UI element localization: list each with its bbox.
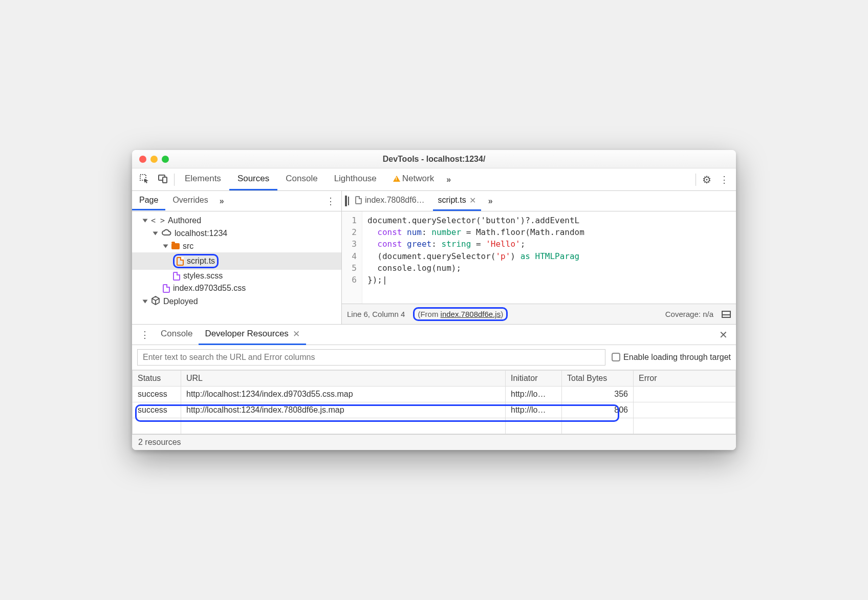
file-icon [173,272,180,281]
tab-lighthouse[interactable]: Lighthouse [326,168,385,190]
minimize-window-button[interactable] [150,156,158,163]
tab-elements[interactable]: Elements [177,168,229,190]
code-line: console.log(num); [377,263,461,273]
cell-bytes: 806 [562,402,634,418]
from-prefix: (From [418,310,440,318]
code-line: }); [367,275,382,285]
zoom-window-button[interactable] [162,156,169,163]
close-drawer-tab-icon[interactable]: ✕ [293,329,300,339]
tree-authored[interactable]: < > Authored [132,215,341,227]
tree-label: src [183,242,193,251]
status-coverage: Coverage: n/a [665,310,713,318]
col-status[interactable]: Status [133,371,181,387]
kw: as [520,251,530,261]
checkbox-icon[interactable] [612,353,620,361]
file-icon [163,284,170,293]
cell-url: http://localhost:1234/index.d9703d55.css… [181,387,506,402]
nav-tab-page[interactable]: Page [132,191,165,210]
editor-tab-label: script.ts [438,196,466,205]
nav-more-chevron[interactable]: » [215,197,227,206]
drawer-tab-devresources[interactable]: Developer Resources ✕ [199,325,306,345]
editor-tab-strip: index.7808df6… script.ts ✕ » [342,191,736,211]
tab-sources[interactable]: Sources [229,168,277,190]
table-row-empty [133,418,736,434]
toggle-bottom-drawer-icon[interactable] [722,311,731,318]
table-row[interactable]: success http://localhost:1234/index.7808… [133,402,736,418]
cell-initiator: http://lo… [506,402,562,418]
tree-file-styles-scss[interactable]: styles.scss [132,270,341,282]
type: number [431,227,461,237]
tree-host[interactable]: localhost:1234 [132,227,341,240]
editor-pane: index.7808df6… script.ts ✕ » 1 2 3 4 5 6… [342,191,736,324]
from-link[interactable]: index.7808df6e.js [441,310,501,318]
tree-deployed[interactable]: Deployed [132,294,341,309]
deployed-cube-icon [151,296,160,307]
authored-icon: < > [151,216,165,225]
checkbox-label: Enable loading through target [623,353,731,361]
toggle-navigator-icon[interactable] [345,197,347,206]
drawer-menu-icon[interactable] [135,329,155,340]
code-content[interactable]: document.querySelector('button')?.addEve… [362,211,584,304]
main-tab-strip: Elements Sources Console Lighthouse Netw… [132,168,736,191]
close-drawer-icon[interactable]: ✕ [714,329,733,341]
svg-rect-2 [163,177,167,183]
drawer-tab-console[interactable]: Console [155,325,199,345]
device-toolbar-icon[interactable] [154,170,172,189]
tree-src-folder[interactable]: src [132,240,341,252]
enable-loading-toggle[interactable]: Enable loading through target [612,353,731,362]
editor-more-chevron[interactable]: » [484,197,496,206]
main-menu-kebab-icon[interactable] [715,171,733,188]
annotation-ring: script.ts [173,254,219,268]
status-from-sourcemap[interactable]: (From index.7808df6e.js) [413,307,508,321]
code-editor[interactable]: 1 2 3 4 5 6 document.querySelector('butt… [342,211,736,304]
devres-search-input[interactable] [137,349,605,366]
navigator-menu-icon[interactable] [320,196,341,207]
warning-icon [393,176,400,182]
cell-url: http://localhost:1234/index.7808df6e.js.… [181,402,506,418]
file-icon [355,196,362,204]
devres-filter-bar: Enable loading through target [132,345,736,370]
tree-label: Authored [168,216,201,225]
folder-icon [171,243,180,249]
navigator-tabs: Page Overrides » [132,191,341,211]
col-error[interactable]: Error [634,371,736,387]
editor-tab-script[interactable]: script.ts ✕ [433,191,481,211]
more-tabs-chevron[interactable]: » [442,175,454,184]
titlebar: DevTools - localhost:1234/ [132,150,736,168]
tree-label: script.ts [187,256,215,266]
col-url[interactable]: URL [181,371,506,387]
tab-network[interactable]: Network [385,168,442,190]
nav-tab-overrides[interactable]: Overrides [165,191,215,210]
tree-file-index-css[interactable]: index.d9703d55.css [132,282,341,294]
str: 'Hello' [486,239,520,249]
close-tab-icon[interactable]: ✕ [469,196,476,205]
col-bytes[interactable]: Total Bytes [562,371,634,387]
inspect-element-icon[interactable] [135,170,154,189]
id: num [407,227,422,237]
disclosure-triangle-icon[interactable] [143,300,148,304]
txt: (document.querySelector( [377,251,495,261]
editor-tab-index[interactable]: index.7808df6… [350,191,430,210]
tree-file-script-ts[interactable]: script.ts [132,252,341,270]
txt: = Math.floor(Math.random [461,227,584,237]
settings-gear-icon[interactable] [698,170,715,189]
close-window-button[interactable] [139,156,146,163]
tree-label: styles.scss [183,271,223,281]
disclosure-triangle-icon[interactable] [143,219,148,223]
cloud-icon [161,228,171,239]
navigator-pane: Page Overrides » < > Authored localhost:… [132,191,342,324]
txt: ) [510,251,520,261]
col-initiator[interactable]: Initiator [506,371,562,387]
table-row[interactable]: success http://localhost:1234/index.d970… [133,387,736,402]
tab-console[interactable]: Console [277,168,326,190]
cell-error [634,387,736,402]
drawer-tab-label: Developer Resources [205,329,288,339]
disclosure-triangle-icon[interactable] [153,232,158,235]
disclosure-triangle-icon[interactable] [163,245,168,248]
cell-error [634,402,736,418]
cell-status: success [133,387,181,402]
cell-initiator: http://lo… [506,387,562,402]
tree-label: Deployed [163,297,198,306]
traffic-lights [132,156,169,163]
file-tree: < > Authored localhost:1234 src [132,211,341,312]
